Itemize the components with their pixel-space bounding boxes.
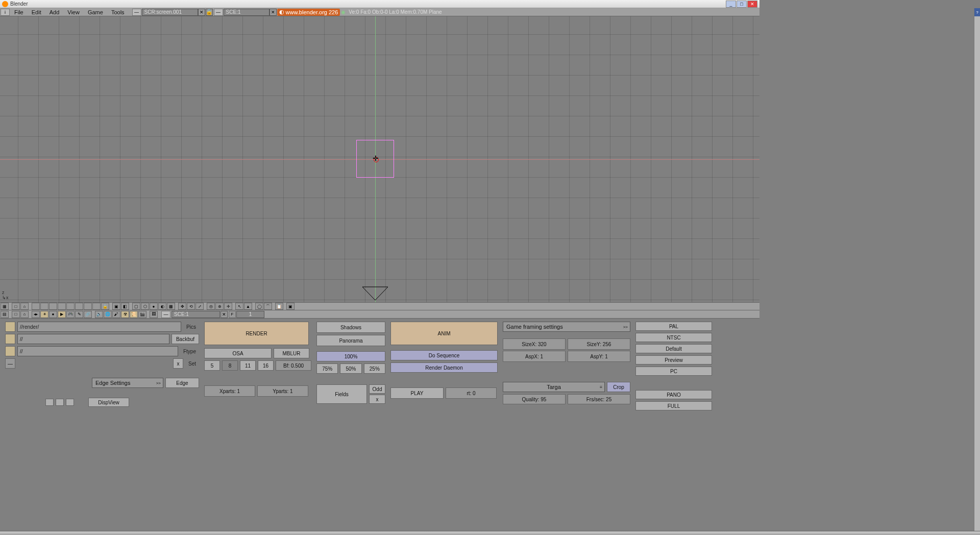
mblur-button[interactable]: MBLUR: [274, 348, 309, 358]
scale-icon[interactable]: ⤢: [195, 303, 204, 310]
backbuf-browse-button[interactable]: [5, 334, 15, 344]
window-type-buttons-icon[interactable]: ▤: [1, 311, 9, 318]
pics-browse-button[interactable]: [5, 322, 15, 332]
layer-3-button[interactable]: [49, 303, 57, 310]
draw-solid-icon[interactable]: ●: [150, 303, 158, 310]
menu-view[interactable]: View: [63, 9, 84, 15]
home-icon[interactable]: ⌂: [20, 303, 29, 310]
viewmode-icon[interactable]: ◧: [121, 303, 129, 310]
preset-ntsc-button[interactable]: NTSC: [635, 333, 712, 342]
sound-buttons-icon[interactable]: 🔊: [95, 311, 103, 318]
falloff-icon[interactable]: ⌒: [264, 303, 272, 310]
dispview-button[interactable]: DispView: [88, 398, 129, 407]
draw-shaded-icon[interactable]: ◐: [158, 303, 166, 310]
layer-lock-icon[interactable]: 🔒: [101, 303, 109, 310]
window-type-3dview-icon[interactable]: ▦: [1, 303, 9, 310]
render-daemon-button[interactable]: Render Daemon: [390, 362, 498, 373]
dispview-opt1-button[interactable]: [45, 399, 54, 406]
screen-browse-icon[interactable]: —: [132, 9, 141, 16]
view-buttons-icon[interactable]: ◂▸: [32, 311, 40, 318]
constraint-buttons-icon[interactable]: 🔗: [84, 311, 92, 318]
size-50-button[interactable]: 50%: [340, 363, 361, 374]
scene-browse-icon[interactable]: —: [214, 9, 223, 16]
preset-full-button[interactable]: FULL: [635, 401, 712, 410]
quality-field[interactable]: Quality: 95: [503, 394, 566, 404]
draw-bbox-icon[interactable]: ▢: [132, 303, 140, 310]
game-framing-dropdown[interactable]: Game framing settings >>: [503, 322, 630, 332]
layer-2-button[interactable]: [40, 303, 48, 310]
layer-1-button[interactable]: [32, 303, 40, 310]
xparts-field[interactable]: Xparts: 1: [204, 385, 255, 397]
osa-11-button[interactable]: 11: [240, 360, 256, 371]
window-maximize-button[interactable]: □: [737, 1, 747, 8]
screen-name-field[interactable]: SCR:screen.001: [142, 9, 198, 16]
material-buttons-icon[interactable]: ●: [49, 311, 57, 318]
layer-7-button[interactable]: [84, 303, 92, 310]
sizey-field[interactable]: SizeY: 256: [568, 338, 630, 350]
layer-5-button[interactable]: [66, 303, 75, 310]
draw-wire-icon[interactable]: ⬡: [141, 303, 149, 310]
edge-settings-dropdown[interactable]: Edge Settings >>: [92, 378, 163, 388]
size-100-button[interactable]: 100%: [316, 351, 385, 361]
scene-buttons-icon[interactable]: 🎬: [138, 311, 146, 318]
osa-8-button[interactable]: 8: [222, 360, 238, 371]
odd-button[interactable]: Odd: [369, 384, 385, 394]
aspy-field[interactable]: AspY: 1: [568, 351, 630, 362]
layer-4-button[interactable]: [58, 303, 66, 310]
paint-buttons-icon[interactable]: 🖌: [112, 311, 120, 318]
shadows-button[interactable]: Shadows: [316, 322, 385, 333]
buttons-scene-delete-button[interactable]: ✕: [220, 311, 228, 318]
preset-pc-button[interactable]: PC: [635, 367, 712, 376]
window-type-icon[interactable]: i: [1, 9, 10, 16]
proportional-icon[interactable]: ◯: [255, 303, 263, 310]
world-buttons-icon[interactable]: 🌐: [104, 311, 112, 318]
window-close-button[interactable]: ✕: [747, 1, 757, 8]
rotate-icon[interactable]: ⟲: [187, 303, 195, 310]
format-type-dropdown[interactable]: Targa ≡: [503, 382, 605, 392]
panorama-button[interactable]: Panorama: [316, 335, 385, 346]
play-button[interactable]: PLAY: [390, 387, 444, 399]
do-sequence-button[interactable]: Do Sequence: [390, 350, 498, 360]
copy-menu-icon[interactable]: 📋: [275, 303, 283, 310]
buttons-fullscreen-icon[interactable]: □: [12, 311, 20, 318]
aspx-field[interactable]: AspX: 1: [503, 351, 566, 362]
osa-5-button[interactable]: 5: [204, 360, 220, 371]
layer-8-button[interactable]: [92, 303, 101, 310]
preset-pano-button[interactable]: PANO: [635, 390, 712, 399]
screen-lock-icon[interactable]: 🔒: [206, 9, 213, 16]
buttons-scene-browse-icon[interactable]: —: [161, 311, 170, 318]
scene-delete-button[interactable]: ✕: [270, 9, 277, 16]
fullscreen-icon[interactable]: □: [12, 303, 20, 310]
scene-name-field[interactable]: SCE:1: [224, 9, 270, 16]
preset-pal-button[interactable]: PAL: [635, 322, 712, 331]
backbuf-button[interactable]: Backbuf: [172, 334, 199, 344]
menu-add[interactable]: Add: [45, 9, 64, 15]
mode-object-icon[interactable]: ↖: [235, 303, 243, 310]
osa-16-button[interactable]: 16: [258, 360, 274, 371]
frssec-field[interactable]: Frs/sec: 25: [568, 394, 630, 404]
anim-button[interactable]: ANIM: [390, 322, 498, 345]
backbuf-path-input[interactable]: [17, 334, 169, 344]
set-clear-button[interactable]: x: [173, 358, 183, 369]
draw-textured-icon[interactable]: ▩: [167, 303, 175, 310]
localview-icon[interactable]: ▣: [112, 303, 120, 310]
menu-game[interactable]: Game: [84, 9, 107, 15]
3d-viewport[interactable]: z↳x: [0, 16, 760, 302]
layer-6-button[interactable]: [75, 303, 83, 310]
fields-button[interactable]: Fields: [316, 384, 367, 404]
script-buttons-icon[interactable]: 📜: [130, 311, 138, 318]
blender-url-badge[interactable]: ◐www.blender.org 226: [277, 9, 340, 16]
pivot-bbox-icon[interactable]: ◎: [207, 303, 215, 310]
render-icon[interactable]: ▣: [286, 303, 295, 310]
image-buttons-icon[interactable]: 🖼: [150, 311, 158, 318]
edge-button[interactable]: Edge: [165, 378, 199, 388]
menu-edit[interactable]: Edit: [28, 9, 45, 15]
ftype-path-input[interactable]: [17, 346, 178, 356]
size-25-button[interactable]: 25%: [364, 363, 385, 374]
rt-field[interactable]: rt: 0: [446, 387, 497, 399]
mode-edit-icon[interactable]: ▲: [244, 303, 252, 310]
buttons-home-icon[interactable]: ⌂: [20, 311, 29, 318]
preset-preview-button[interactable]: Preview: [635, 355, 712, 364]
menu-file[interactable]: File: [10, 9, 28, 15]
anim-buttons-icon[interactable]: ▶: [58, 311, 66, 318]
